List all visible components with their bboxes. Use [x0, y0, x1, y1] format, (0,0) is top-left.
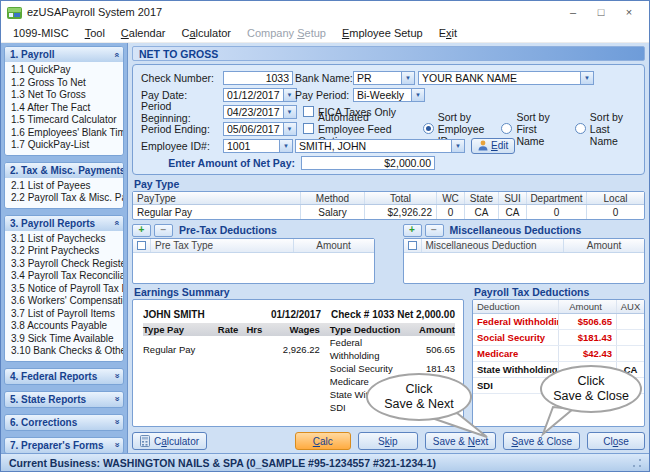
pretax-table: Pre Tax Type Amount: [132, 238, 375, 284]
sidebar-item-net-to-gross[interactable]: 1.3 Net To Gross: [5, 89, 123, 102]
sidebar-item-check-register[interactable]: 3.3 Payroll Check Register/Journal: [5, 258, 123, 271]
select-all-misc-checkbox[interactable]: [404, 239, 422, 252]
employee-id-select[interactable]: 1001: [223, 139, 293, 153]
menu-calendar[interactable]: Calendar: [113, 25, 174, 41]
sidebar-header-payroll[interactable]: 1. Payroll«: [5, 47, 123, 62]
bank-code-select[interactable]: PR: [353, 71, 415, 85]
sidebar-section-preparers-forms: 7. Preparer's Forms«: [4, 437, 124, 454]
pay-period-select[interactable]: Bi-Weekly: [353, 88, 425, 102]
chevron-down-icon: [279, 139, 293, 153]
sidebar-item-print-paychecks[interactable]: 3.2 Print Paychecks: [5, 245, 123, 258]
pay-type-row[interactable]: Regular PaySalary$2,926.220CACA00: [133, 205, 644, 219]
sidebar-section-state-reports: 5. State Reports«: [4, 391, 124, 408]
person-icon: [478, 140, 488, 151]
close-icon[interactable]: ×: [615, 2, 643, 22]
edit-employee-button[interactable]: Edit: [471, 138, 515, 154]
checkbox-icon: [137, 241, 146, 250]
check-net-label: Check # 1033 Net: [329, 308, 407, 321]
chevron-up-icon: «: [111, 52, 121, 57]
sidebar-header-federal-reports[interactable]: 4. Federal Reports«: [5, 369, 123, 384]
menu-calculator[interactable]: Calculator: [173, 25, 239, 41]
sidebar-header-state-reports[interactable]: 5. State Reports«: [5, 392, 123, 407]
period-ending-picker[interactable]: 05/06/2017: [223, 122, 293, 136]
sidebar-header-payroll-reports[interactable]: 3. Payroll Reports«: [5, 216, 123, 231]
sidebar-item-list-of-payees[interactable]: 2.1 List of Payees: [5, 180, 123, 193]
sidebar-header-corrections[interactable]: 6. Corrections«: [5, 415, 123, 430]
payroll-tax-deductions-title: Payroll Tax Deductions: [474, 286, 645, 298]
tax-header-row: Deduction Amount AUX: [473, 300, 644, 314]
skip-button[interactable]: Skip: [358, 432, 418, 450]
add-misc-button[interactable]: +: [403, 224, 422, 237]
bank-name-select[interactable]: YOUR BANK NAME: [418, 71, 594, 85]
net-pay-input[interactable]: $2,000.00: [301, 156, 435, 170]
resize-grip[interactable]: [632, 458, 641, 467]
sort-by-last-name-radio[interactable]: Sort by Last Name: [575, 111, 636, 147]
check-date: 01/12/2017: [263, 308, 321, 321]
checkbox-icon: [303, 123, 314, 134]
calc-button[interactable]: Calc: [295, 432, 351, 450]
menu-1099-misc[interactable]: 1099-MISC: [5, 25, 77, 41]
period-ending-label: Period Ending:: [141, 123, 223, 135]
chevron-down-icon: [401, 71, 415, 85]
calculator-button[interactable]: Calculator: [132, 432, 207, 450]
menu-tool[interactable]: Tool: [77, 25, 113, 41]
chevron-down-icon: [451, 139, 465, 153]
remove-pretax-button[interactable]: −: [154, 224, 173, 237]
sidebar-section-corrections: 6. Corrections«: [4, 414, 124, 431]
earnings-summary-title: Earnings Summary: [134, 286, 464, 298]
app-icon: [7, 5, 22, 20]
close-button[interactable]: Close: [587, 432, 645, 450]
tax-row: Federal Withholding$506.65: [473, 314, 644, 330]
pay-type-header-row: PayTypeMethodTotalWCStateSUIDepartmentLo…: [133, 192, 644, 205]
sidebar-item-workers-comp[interactable]: 3.6 Workers' Compensation: [5, 295, 123, 308]
menu-exit[interactable]: Exit: [431, 25, 465, 41]
sidebar-item-quickpay[interactable]: 1.1 QuickPay: [5, 64, 123, 77]
sidebar-item-blank-timesheet[interactable]: 1.6 Employees' Blank Timesheet: [5, 127, 123, 140]
chevron-down-icon: [283, 105, 297, 119]
pay-date-picker[interactable]: 01/12/2017: [223, 88, 293, 102]
sidebar-item-bank-checks[interactable]: 3.10 Bank Checks & Other Debits: [5, 345, 123, 358]
sidebar-item-after-the-fact[interactable]: 1.4 After The Fact: [5, 102, 123, 115]
check-number-label: Check Number:: [141, 72, 223, 84]
radio-icon: [575, 123, 586, 134]
sidebar-header-tax-misc[interactable]: 2. Tax & Misc. Payments«: [5, 163, 123, 178]
sidebar-item-timecard-calculator[interactable]: 1.5 Timecard Calculator: [5, 114, 123, 127]
chevron-down-icon: [283, 122, 297, 136]
chevron-down-icon: «: [111, 373, 121, 378]
pretax-header-row: Pre Tax Type Amount: [133, 239, 374, 253]
chevron-down-icon: «: [111, 396, 121, 401]
misc-deductions-section: + − Miscellaneous Deductions Miscellaneo…: [403, 223, 646, 284]
sidebar-item-quickpay-list[interactable]: 1.7 QuickPay-List: [5, 139, 123, 152]
page-title: NET TO GROSS: [132, 46, 645, 61]
minimize-icon[interactable]: –: [559, 2, 587, 22]
maximize-icon[interactable]: □: [587, 2, 615, 22]
callout-save-next: Click Save & Next: [366, 373, 472, 421]
chevron-down-icon: [411, 88, 425, 102]
tax-row: Medicare$42.43: [473, 346, 644, 362]
sidebar-item-payroll-tax-misc[interactable]: 2.2 Payroll Tax & Misc. Payments: [5, 192, 123, 205]
menu-employee-setup[interactable]: Employee Setup: [334, 25, 431, 41]
calculator-icon: [140, 435, 150, 447]
sidebar-item-list-payroll-items[interactable]: 3.7 List of Payroll Items: [5, 308, 123, 321]
check-number-input[interactable]: 1033: [223, 71, 293, 85]
employee-name-select[interactable]: SMITH, JOHN: [295, 139, 465, 153]
sidebar-header-preparers-forms[interactable]: 7. Preparer's Forms«: [5, 438, 123, 453]
callout-save-close: Click Save & Close: [540, 365, 642, 413]
sidebar-item-sick-time[interactable]: 3.9 Sick Time Available: [5, 333, 123, 346]
app-window: ezUSAPayroll System 2017 – □ × 1099-MISC…: [0, 0, 650, 472]
sidebar-item-tax-reconciliation[interactable]: 3.4 Payroll Tax Reconciliation: [5, 270, 123, 283]
employee-id-label: Employee ID#:: [141, 140, 223, 152]
sidebar-item-gross-to-net[interactable]: 1.2 Gross To Net: [5, 77, 123, 90]
sidebar-section-tax-misc: 2. Tax & Misc. Payments« 2.1 List of Pay…: [4, 162, 124, 209]
sidebar-item-list-of-paychecks[interactable]: 3.1 List of Paychecks: [5, 233, 123, 246]
sidebar-section-payroll-reports: 3. Payroll Reports« 3.1 List of Paycheck…: [4, 215, 124, 362]
remove-misc-button[interactable]: −: [425, 224, 444, 237]
period-beginning-picker[interactable]: 04/23/2017: [223, 105, 293, 119]
current-business-status: Current Business: WASHINGTON NAILS & SPA…: [9, 457, 436, 469]
misc-header-row: Miscellaneous Deduction Amount: [404, 239, 645, 253]
sidebar-item-notice-tax-due[interactable]: 3.5 Notice of Payroll Tax Due: [5, 283, 123, 296]
menu-bar: 1099-MISC Tool Calendar Calculator Compa…: [1, 23, 649, 43]
sidebar-item-accounts-payable[interactable]: 3.8 Accounts Payable: [5, 320, 123, 333]
add-pretax-button[interactable]: +: [132, 224, 151, 237]
select-all-pretax-checkbox[interactable]: [133, 239, 151, 252]
